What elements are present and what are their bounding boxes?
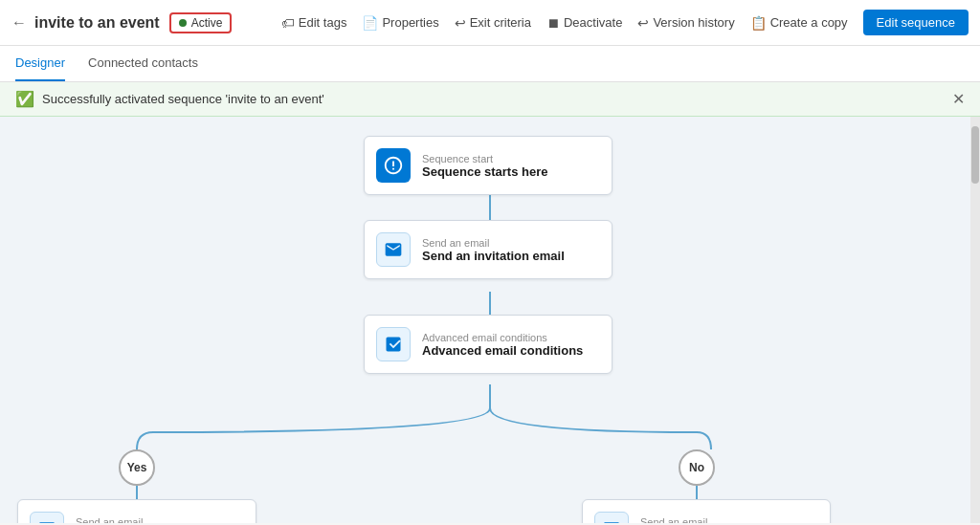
send-email-1-icon	[376, 232, 411, 267]
send-email-yes-icon	[30, 512, 64, 523]
success-banner: ✅ Successfully activated sequence 'invit…	[0, 82, 980, 117]
properties-label: Properties	[382, 15, 438, 30]
properties-icon: 📄	[362, 15, 378, 31]
version-history-button[interactable]: ↩ Version history	[637, 15, 734, 31]
tag-icon: 🏷	[281, 15, 295, 31]
scrollbar-thumb[interactable]	[971, 126, 979, 184]
send-email-yes-text: Send an email Send a confirmation email	[76, 516, 231, 524]
scrollbar[interactable]	[970, 117, 980, 523]
version-history-label: Version history	[653, 15, 734, 30]
send-email-no-text: Send an email Follow up email for the ev…	[640, 516, 812, 524]
advanced-conditions-1-icon	[376, 327, 411, 361]
tab-designer[interactable]: Designer	[15, 46, 65, 81]
edit-tags-button[interactable]: 🏷 Edit tags	[281, 15, 347, 31]
nav-actions: 🏷 Edit tags 📄 Properties ↩ Exit criteria…	[281, 10, 969, 35]
success-icon: ✅	[15, 90, 34, 108]
advanced-conditions-1-node: Advanced email conditions Advanced email…	[364, 315, 612, 374]
exit-criteria-icon: ↩	[455, 15, 466, 31]
send-email-yes-node: Send an email Send a confirmation email	[17, 499, 256, 523]
back-button[interactable]: ←	[11, 14, 27, 32]
top-nav: ← invite to an event Active 🏷 Edit tags …	[0, 0, 980, 46]
edit-sequence-button[interactable]: Edit sequence	[863, 10, 969, 35]
active-badge: Active	[169, 12, 233, 33]
sequence-start-node: Sequence start Sequence starts here	[364, 136, 612, 195]
sequence-start-text: Sequence start Sequence starts here	[422, 153, 548, 179]
page-title: invite to an event	[34, 14, 160, 32]
yes-branch-circle: Yes	[119, 449, 155, 486]
active-dot-icon	[179, 19, 187, 27]
send-email-no-icon	[594, 512, 629, 523]
send-email-1-node: Send an email Send an invitation email	[364, 220, 612, 279]
send-email-no-node: Send an email Follow up email for the ev…	[582, 499, 831, 523]
advanced-conditions-1-text: Advanced email conditions Advanced email…	[422, 332, 583, 358]
close-banner-button[interactable]: ✕	[952, 90, 965, 108]
send-email-1-text: Send an email Send an invitation email	[422, 237, 565, 263]
exit-criteria-button[interactable]: ↩ Exit criteria	[455, 15, 531, 31]
canvas: Sequence start Sequence starts here Send…	[0, 117, 980, 523]
no-branch-circle: No	[679, 449, 715, 486]
create-copy-button[interactable]: 📋 Create a copy	[750, 15, 848, 31]
tab-connected-contacts[interactable]: Connected contacts	[88, 46, 198, 81]
exit-criteria-label: Exit criteria	[470, 15, 531, 30]
deactivate-button[interactable]: ⏹ Deactivate	[546, 15, 622, 31]
create-copy-icon: 📋	[750, 15, 767, 31]
create-copy-label: Create a copy	[770, 15, 848, 30]
edit-tags-label: Edit tags	[299, 15, 347, 30]
success-text: Successfully activated sequence 'invite …	[42, 92, 324, 106]
properties-button[interactable]: 📄 Properties	[362, 15, 438, 31]
deactivate-label: Deactivate	[564, 15, 622, 30]
version-history-icon: ↩	[637, 15, 649, 31]
sequence-start-icon	[376, 148, 411, 183]
tab-bar: Designer Connected contacts	[0, 46, 980, 82]
status-label: Active	[191, 16, 223, 30]
deactivate-icon: ⏹	[546, 15, 560, 31]
